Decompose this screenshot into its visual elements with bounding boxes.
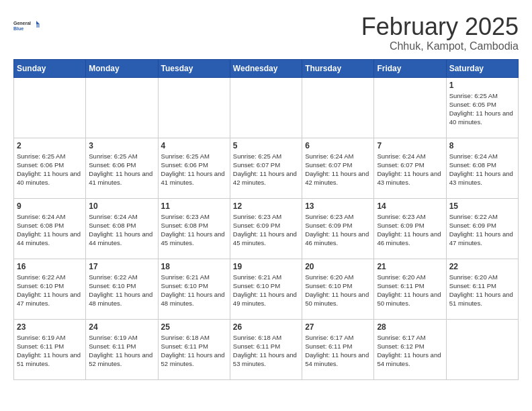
day-cell-4-0: 23Sunrise: 6:19 AM Sunset: 6:11 PM Dayli…	[14, 319, 86, 379]
day-info: Sunrise: 6:24 AM Sunset: 6:08 PM Dayligh…	[17, 212, 83, 248]
day-number: 28	[377, 322, 443, 332]
day-info: Sunrise: 6:25 AM Sunset: 6:06 PM Dayligh…	[17, 152, 83, 187]
day-cell-3-5: 21Sunrise: 6:20 AM Sunset: 6:11 PM Dayli…	[374, 259, 446, 319]
day-info: Sunrise: 6:24 AM Sunset: 6:08 PM Dayligh…	[449, 152, 515, 187]
day-number: 1	[449, 81, 515, 90]
day-cell-3-3: 19Sunrise: 6:21 AM Sunset: 6:10 PM Dayli…	[230, 259, 302, 319]
day-cell-2-5: 14Sunrise: 6:23 AM Sunset: 6:09 PM Dayli…	[374, 198, 446, 259]
day-number: 20	[305, 262, 371, 271]
col-saturday: Saturday	[446, 59, 518, 77]
day-cell-1-0: 2Sunrise: 6:25 AM Sunset: 6:06 PM Daylig…	[14, 138, 86, 198]
week-row-0: 1Sunrise: 6:25 AM Sunset: 6:05 PM Daylig…	[14, 77, 519, 138]
day-cell-4-5: 28Sunrise: 6:17 AM Sunset: 6:12 PM Dayli…	[374, 319, 446, 379]
calendar-body: 1Sunrise: 6:25 AM Sunset: 6:05 PM Daylig…	[14, 77, 519, 379]
day-cell-2-2: 11Sunrise: 6:23 AM Sunset: 6:08 PM Dayli…	[158, 198, 230, 259]
day-info: Sunrise: 6:18 AM Sunset: 6:11 PM Dayligh…	[161, 333, 227, 369]
day-info: Sunrise: 6:24 AM Sunset: 6:08 PM Dayligh…	[89, 212, 154, 248]
day-number: 14	[377, 201, 443, 211]
day-number: 5	[233, 141, 299, 150]
day-number: 8	[449, 141, 515, 150]
day-number: 4	[161, 141, 227, 150]
day-cell-4-4: 27Sunrise: 6:17 AM Sunset: 6:11 PM Dayli…	[302, 319, 374, 379]
day-cell-2-1: 10Sunrise: 6:24 AM Sunset: 6:08 PM Dayli…	[86, 198, 158, 259]
col-sunday: Sunday	[14, 59, 86, 77]
day-cell-2-0: 9Sunrise: 6:24 AM Sunset: 6:08 PM Daylig…	[14, 198, 86, 259]
day-number: 13	[305, 201, 371, 211]
day-number: 17	[89, 262, 154, 271]
day-cell-0-1	[86, 77, 158, 138]
day-number: 19	[233, 262, 299, 271]
day-info: Sunrise: 6:23 AM Sunset: 6:09 PM Dayligh…	[377, 212, 443, 248]
day-number: 6	[305, 141, 371, 150]
day-info: Sunrise: 6:23 AM Sunset: 6:08 PM Dayligh…	[161, 212, 227, 248]
week-row-2: 9Sunrise: 6:24 AM Sunset: 6:08 PM Daylig…	[14, 198, 519, 259]
day-cell-4-1: 24Sunrise: 6:19 AM Sunset: 6:11 PM Dayli…	[86, 319, 158, 379]
day-number: 16	[17, 262, 83, 271]
logo: General Blue	[13, 13, 40, 38]
col-tuesday: Tuesday	[158, 59, 230, 77]
day-cell-0-6: 1Sunrise: 6:25 AM Sunset: 6:05 PM Daylig…	[446, 77, 518, 138]
day-info: Sunrise: 6:18 AM Sunset: 6:11 PM Dayligh…	[233, 333, 299, 369]
day-info: Sunrise: 6:25 AM Sunset: 6:07 PM Dayligh…	[233, 152, 299, 187]
col-friday: Friday	[374, 59, 446, 77]
day-cell-3-4: 20Sunrise: 6:20 AM Sunset: 6:10 PM Dayli…	[302, 259, 374, 319]
day-cell-1-2: 4Sunrise: 6:25 AM Sunset: 6:06 PM Daylig…	[158, 138, 230, 198]
day-number: 23	[17, 322, 83, 332]
day-cell-0-3	[230, 77, 302, 138]
day-number: 11	[161, 201, 227, 211]
day-number: 21	[377, 262, 443, 271]
day-cell-0-5	[374, 77, 446, 138]
day-cell-3-6: 22Sunrise: 6:20 AM Sunset: 6:11 PM Dayli…	[446, 259, 518, 319]
day-info: Sunrise: 6:25 AM Sunset: 6:06 PM Dayligh…	[161, 152, 227, 187]
day-info: Sunrise: 6:22 AM Sunset: 6:09 PM Dayligh…	[449, 212, 515, 248]
day-info: Sunrise: 6:21 AM Sunset: 6:10 PM Dayligh…	[233, 273, 299, 308]
day-cell-0-0	[14, 77, 86, 138]
day-cell-1-5: 7Sunrise: 6:24 AM Sunset: 6:07 PM Daylig…	[374, 138, 446, 198]
day-cell-4-6	[446, 319, 518, 379]
day-info: Sunrise: 6:23 AM Sunset: 6:09 PM Dayligh…	[305, 212, 371, 248]
week-row-1: 2Sunrise: 6:25 AM Sunset: 6:06 PM Daylig…	[14, 138, 519, 198]
day-cell-3-2: 18Sunrise: 6:21 AM Sunset: 6:10 PM Dayli…	[158, 259, 230, 319]
calendar-table: Sunday Monday Tuesday Wednesday Thursday…	[13, 59, 519, 380]
day-info: Sunrise: 6:20 AM Sunset: 6:10 PM Dayligh…	[305, 273, 371, 308]
day-cell-3-0: 16Sunrise: 6:22 AM Sunset: 6:10 PM Dayli…	[14, 259, 86, 319]
day-info: Sunrise: 6:20 AM Sunset: 6:11 PM Dayligh…	[449, 273, 515, 308]
svg-marker-2	[36, 21, 40, 24]
calendar-header-row: Sunday Monday Tuesday Wednesday Thursday…	[14, 59, 519, 77]
day-number: 25	[161, 322, 227, 332]
day-cell-0-4	[302, 77, 374, 138]
day-number: 18	[161, 262, 227, 271]
day-number: 22	[449, 262, 515, 271]
day-number: 9	[17, 201, 83, 211]
day-info: Sunrise: 6:24 AM Sunset: 6:07 PM Dayligh…	[377, 152, 443, 187]
day-cell-2-3: 12Sunrise: 6:23 AM Sunset: 6:09 PM Dayli…	[230, 198, 302, 259]
day-cell-1-6: 8Sunrise: 6:24 AM Sunset: 6:08 PM Daylig…	[446, 138, 518, 198]
calendar-title: February 2025	[361, 13, 519, 40]
day-number: 27	[305, 322, 371, 332]
day-number: 10	[89, 201, 154, 211]
day-cell-1-4: 6Sunrise: 6:24 AM Sunset: 6:07 PM Daylig…	[302, 138, 374, 198]
svg-text:General: General	[13, 21, 31, 26]
day-number: 26	[233, 322, 299, 332]
day-cell-0-2	[158, 77, 230, 138]
logo-svg: General Blue	[13, 13, 40, 38]
day-cell-4-2: 25Sunrise: 6:18 AM Sunset: 6:11 PM Dayli…	[158, 319, 230, 379]
day-cell-1-3: 5Sunrise: 6:25 AM Sunset: 6:07 PM Daylig…	[230, 138, 302, 198]
calendar-subtitle: Chhuk, Kampot, Cambodia	[361, 40, 519, 52]
day-info: Sunrise: 6:25 AM Sunset: 6:05 PM Dayligh…	[449, 91, 515, 127]
day-info: Sunrise: 6:19 AM Sunset: 6:11 PM Dayligh…	[89, 333, 154, 369]
day-cell-2-4: 13Sunrise: 6:23 AM Sunset: 6:09 PM Dayli…	[302, 198, 374, 259]
day-number: 12	[233, 201, 299, 211]
svg-marker-3	[36, 24, 40, 28]
title-block: February 2025 Chhuk, Kampot, Cambodia	[361, 13, 519, 52]
day-info: Sunrise: 6:22 AM Sunset: 6:10 PM Dayligh…	[89, 273, 154, 308]
day-number: 3	[89, 141, 154, 150]
day-number: 15	[449, 201, 515, 211]
day-info: Sunrise: 6:21 AM Sunset: 6:10 PM Dayligh…	[161, 273, 227, 308]
col-monday: Monday	[86, 59, 158, 77]
day-info: Sunrise: 6:17 AM Sunset: 6:11 PM Dayligh…	[305, 333, 371, 369]
week-row-3: 16Sunrise: 6:22 AM Sunset: 6:10 PM Dayli…	[14, 259, 519, 319]
day-info: Sunrise: 6:17 AM Sunset: 6:12 PM Dayligh…	[377, 333, 443, 369]
day-number: 2	[17, 141, 83, 150]
week-row-4: 23Sunrise: 6:19 AM Sunset: 6:11 PM Dayli…	[14, 319, 519, 379]
